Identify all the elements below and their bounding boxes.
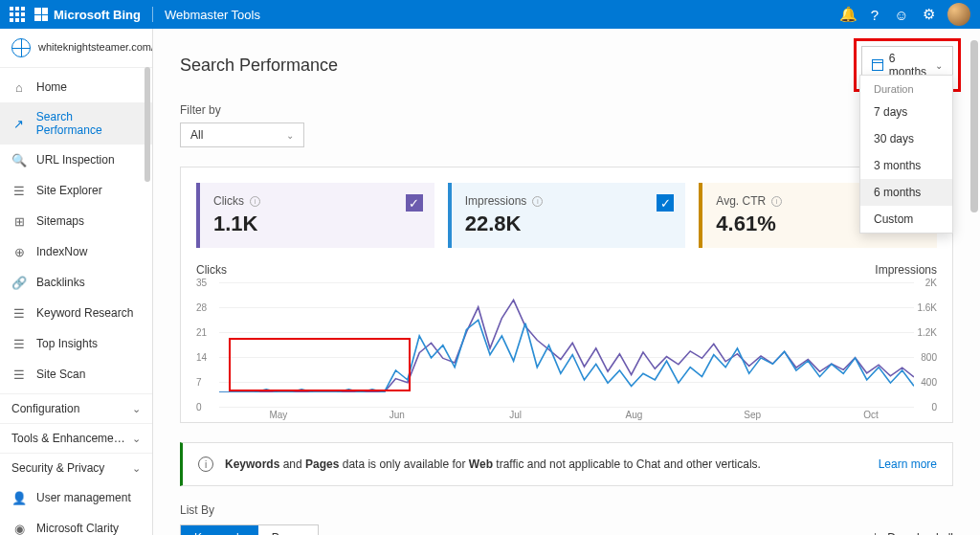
nav-sitemaps[interactable]: ⊞Sitemaps	[0, 206, 152, 236]
performance-card: Clicksi 1.1K ✓ Impressionsi 22.8K ✓ Avg.…	[180, 167, 953, 423]
nav-label: Search Performance	[36, 110, 141, 137]
nav-group-security[interactable]: Security & Privacy⌄	[0, 453, 152, 482]
chart-icon: ↗	[11, 116, 27, 131]
main-scrollbar-thumb[interactable]	[970, 40, 978, 212]
nav-label: Home	[36, 80, 67, 94]
notice-text: Keywords and Pages data is only availabl…	[225, 457, 761, 471]
date-option-30-days[interactable]: 30 days	[860, 125, 952, 152]
date-option-3-months[interactable]: 3 months	[860, 152, 952, 179]
sitemap-icon: ⊞	[11, 213, 27, 229]
help-icon[interactable]: ?	[861, 1, 888, 28]
metric-clicks[interactable]: Clicksi 1.1K ✓	[196, 183, 434, 248]
filter-label: Filter by	[180, 103, 953, 117]
y-axis-tick: 0	[196, 402, 202, 412]
search-icon: 🔍	[11, 152, 27, 167]
download-label: Download all	[887, 531, 953, 535]
notifications-icon[interactable]: 🔔	[835, 1, 861, 28]
performance-chart: 35 28 21 14 7 0 2K 1.6K 1.2K 800 400 0	[196, 282, 937, 407]
info-icon[interactable]: i	[250, 196, 260, 207]
globe-icon	[11, 38, 31, 57]
nav-site-scan[interactable]: ☰Site Scan	[0, 359, 152, 390]
header-divider	[152, 7, 153, 22]
nav-label: Site Explorer	[36, 184, 102, 197]
listby-label: List By	[180, 503, 953, 517]
info-icon: i	[198, 457, 213, 472]
metric-value: 22.8K	[465, 212, 673, 236]
chart-right-title: Impressions	[875, 263, 937, 277]
microsoft-icon	[34, 8, 48, 21]
info-icon[interactable]: i	[771, 196, 782, 207]
metric-value: 1.1K	[213, 212, 421, 236]
tab-pages[interactable]: Pages	[258, 525, 318, 535]
nav-url-inspection[interactable]: 🔍URL Inspection	[0, 145, 152, 175]
date-option-6-months[interactable]: 6 months	[860, 179, 952, 206]
metric-label: Avg. CTR	[716, 194, 766, 208]
metric-label: Impressions	[465, 194, 527, 208]
menu-header: Duration	[860, 76, 952, 99]
indexnow-icon: ⊕	[11, 244, 27, 259]
filter-select[interactable]: All ⌄	[180, 123, 304, 147]
nav-group-configuration[interactable]: Configuration⌄	[0, 393, 152, 423]
nav-label: URL Inspection	[36, 153, 115, 167]
metric-impressions[interactable]: Impressionsi 22.8K ✓	[448, 183, 686, 248]
y-axis-tick: 7	[196, 377, 202, 388]
filter-value: All	[190, 128, 203, 142]
nav-backlinks[interactable]: 🔗Backlinks	[0, 267, 152, 298]
nav-group-label: Configuration	[11, 402, 79, 415]
y-axis-tick: 400	[921, 377, 937, 388]
x-axis-tick: Sep	[744, 410, 761, 420]
date-option-custom[interactable]: Custom	[860, 206, 952, 233]
page-title: Search Performance	[180, 56, 338, 76]
nav-label: IndexNow	[36, 245, 87, 258]
listby-tabs: Keywords Pages	[180, 524, 319, 535]
checkbox-checked-icon[interactable]: ✓	[657, 194, 674, 212]
settings-icon[interactable]: ⚙	[915, 1, 942, 28]
chevron-down-icon: ⌄	[132, 462, 141, 475]
checkbox-checked-icon[interactable]: ✓	[406, 194, 423, 212]
backlinks-icon: 🔗	[11, 275, 27, 290]
date-range-menu: Duration 7 days 30 days 3 months 6 month…	[859, 75, 953, 234]
nav-search-performance[interactable]: ↗Search Performance	[0, 102, 152, 145]
home-icon: ⌂	[11, 79, 27, 95]
chevron-down-icon: ⌄	[132, 403, 141, 415]
top-header: Microsoft Bing Webmaster Tools 🔔 ? ☺ ⚙	[0, 0, 980, 29]
nav-group-tools[interactable]: Tools & Enhanceme…⌄	[0, 423, 152, 453]
nav-indexnow[interactable]: ⊕IndexNow	[0, 236, 152, 267]
explorer-icon: ☰	[11, 183, 27, 198]
feedback-icon[interactable]: ☺	[888, 1, 915, 28]
main-scrollbar-track[interactable]	[970, 29, 978, 535]
sidebar-scrollbar[interactable]	[145, 67, 150, 182]
learn-more-link[interactable]: Learn more	[879, 457, 937, 471]
download-all-button[interactable]: ⭳ Download all	[870, 531, 953, 535]
brand-logo[interactable]: Microsoft Bing	[34, 8, 141, 22]
brand-text: Microsoft Bing	[54, 8, 141, 22]
nav-label: Backlinks	[36, 276, 85, 289]
nav-keyword-research[interactable]: ☰Keyword Research	[0, 298, 152, 328]
user-icon: 👤	[11, 490, 27, 505]
site-selector[interactable]: whiteknightsteamer.com/ ⌄	[0, 29, 152, 68]
y-axis-tick: 21	[196, 327, 207, 338]
nav-home[interactable]: ⌂Home	[0, 72, 152, 102]
tab-keywords[interactable]: Keywords	[181, 525, 258, 535]
chart-left-title: Clicks	[196, 263, 227, 277]
sidebar: whiteknightsteamer.com/ ⌄ ⌂Home ↗Search …	[0, 29, 153, 535]
nav-top-insights[interactable]: ☰Top Insights	[0, 328, 152, 359]
y-axis-tick: 28	[196, 302, 207, 313]
nav-microsoft-clarity[interactable]: ◉Microsoft Clarity	[0, 513, 152, 535]
nav-site-explorer[interactable]: ☰Site Explorer	[0, 175, 152, 206]
nav-list: ⌂Home ↗Search Performance 🔍URL Inspectio…	[0, 68, 152, 393]
nav-user-management[interactable]: 👤User management	[0, 482, 152, 513]
y-axis-tick: 0	[931, 402, 937, 412]
calendar-icon	[872, 59, 883, 71]
info-icon[interactable]: i	[532, 196, 543, 207]
y-axis-tick: 14	[196, 352, 207, 363]
nav-label: Sitemaps	[36, 214, 84, 228]
nav-label: Microsoft Clarity	[36, 522, 119, 535]
main-content: Search Performance 6 months ⌄ Duration 7…	[153, 29, 980, 535]
x-axis-tick: Oct	[863, 410, 879, 420]
insights-icon: ☰	[11, 336, 27, 351]
app-launcher-icon[interactable]	[10, 7, 25, 22]
user-avatar[interactable]	[947, 3, 970, 26]
nav-group-label: Security & Privacy	[11, 461, 104, 475]
date-option-7-days[interactable]: 7 days	[860, 99, 952, 125]
